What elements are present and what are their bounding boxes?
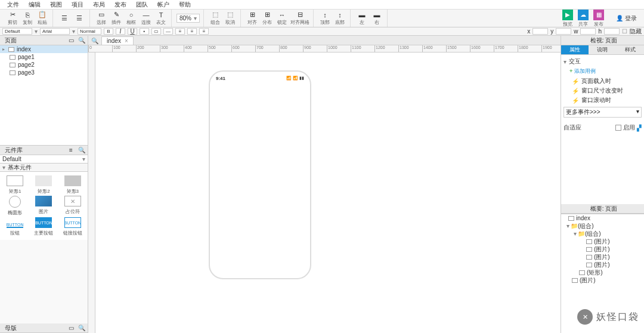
outline-node[interactable]: (矩形): [561, 269, 644, 276]
add-case-link[interactable]: 添加用例: [564, 67, 642, 75]
tool-对齐网格[interactable]: ⊟对齐网格: [290, 11, 309, 26]
outline-node[interactable]: (图片): [561, 276, 644, 284]
widget-矩形1[interactable]: 矩形1: [1, 175, 29, 195]
widget-链接按钮[interactable]: BUTTON链接按钮: [59, 217, 86, 236]
outline-node[interactable]: (图片): [561, 245, 644, 253]
outline-node[interactable]: ▾📁(组合): [561, 230, 644, 238]
library-panel-header: 元件库 ≡ 🔍: [0, 146, 88, 155]
widget-图片[interactable]: 图片: [30, 196, 57, 216]
menu-项目[interactable]: 项目: [67, 1, 88, 9]
event-item[interactable]: ⚡窗口滚动时: [564, 96, 642, 104]
master-add-icon[interactable]: ▭: [67, 325, 75, 332]
menu-布局[interactable]: 布局: [88, 1, 110, 9]
event-item[interactable]: ⚡窗口尺寸改变时: [564, 87, 642, 95]
master-panel-header: 母版 ▭ 🔍: [0, 323, 88, 333]
tool-右[interactable]: ▬右: [370, 11, 383, 26]
tool-锁定[interactable]: ↔锁定: [275, 11, 289, 26]
tool-粘贴[interactable]: 📋粘贴: [36, 11, 49, 26]
more-events-select[interactable]: 更多事件>>>▾: [564, 107, 642, 118]
login-button[interactable]: 👤 登录: [616, 14, 637, 23]
tab-notes[interactable]: 说明: [589, 45, 616, 54]
page-node[interactable]: page3: [0, 69, 88, 76]
font-select[interactable]: Arial: [40, 28, 70, 35]
line-width[interactable]: —: [163, 28, 173, 35]
adaptive-checkbox[interactable]: [615, 125, 621, 131]
menu-帐户[interactable]: 帐户: [153, 1, 174, 9]
canvas-tabs: 🔍 index×: [88, 36, 561, 45]
align-left[interactable]: ≡: [175, 28, 185, 35]
page-node[interactable]: page1: [0, 53, 88, 61]
menu-发布[interactable]: 发布: [110, 1, 131, 9]
canvas[interactable]: 9:41 📶 📶 ▮▮: [95, 53, 561, 333]
outline-header: 概要: 页面: [561, 204, 644, 214]
outline-node[interactable]: (图片): [561, 261, 644, 269]
library-select[interactable]: Default▾: [0, 155, 88, 164]
tool-取消[interactable]: ⬚取消: [224, 11, 237, 26]
phone-time: 9:41: [216, 76, 225, 81]
phone-frame[interactable]: 9:41 📶 📶 ▮▮: [209, 70, 311, 279]
tool-选择[interactable]: ▭选择: [95, 11, 108, 26]
align-right[interactable]: ≡: [199, 28, 209, 35]
lib-menu-icon[interactable]: ≡: [67, 147, 75, 154]
align-center[interactable]: ≡: [187, 28, 197, 35]
zoom-select[interactable]: 80%▾: [177, 14, 200, 23]
h-input[interactable]: [604, 28, 620, 35]
w-input[interactable]: [580, 28, 596, 35]
menu-编辑[interactable]: 编辑: [24, 1, 45, 9]
page-node[interactable]: page2: [0, 61, 88, 69]
tool-底部[interactable]: ↕底部: [333, 11, 346, 26]
lib-search-icon[interactable]: 🔍: [78, 147, 85, 154]
tab-style[interactable]: 样式: [617, 45, 644, 54]
tool-表文[interactable]: T表文: [154, 11, 168, 26]
tool-连接[interactable]: —连接: [140, 11, 153, 26]
tool-剪切[interactable]: ✂剪切: [6, 11, 19, 26]
widget-椭圆形[interactable]: 椭圆形: [1, 196, 29, 216]
italic-button[interactable]: I: [116, 28, 125, 35]
widget-按钮[interactable]: BUTTON按钮: [1, 217, 29, 236]
tool-组合[interactable]: ⬚组合: [209, 11, 222, 26]
bold-button[interactable]: B: [104, 28, 113, 35]
search-icon[interactable]: 🔍: [78, 37, 85, 44]
outline-node[interactable]: ▾📁(组合): [561, 222, 644, 230]
event-item[interactable]: ⚡页面载入时: [564, 77, 642, 85]
tool-分布[interactable]: ⊞分布: [261, 11, 274, 26]
fill-color[interactable]: ▪: [140, 28, 149, 35]
x-input[interactable]: [532, 28, 548, 35]
tool-对齐[interactable]: ⊞对齐: [246, 11, 259, 26]
add-page-icon[interactable]: ▭: [67, 37, 75, 44]
publish-button[interactable]: ▦: [593, 10, 604, 20]
y-input[interactable]: [556, 28, 571, 35]
widget-矩形3[interactable]: 矩形3: [59, 175, 86, 195]
preview-button[interactable]: ▶: [562, 10, 573, 20]
tool-左[interactable]: ▬左: [355, 11, 369, 26]
outline-node[interactable]: index: [561, 214, 644, 222]
menu-文件[interactable]: 文件: [2, 1, 24, 9]
font-size-select[interactable]: Normal: [78, 28, 101, 35]
tab-index[interactable]: index×: [101, 36, 134, 45]
outline-node[interactable]: (图片): [561, 238, 644, 245]
tool-[interactable]: ☰: [58, 11, 71, 26]
widget-占位符[interactable]: 占位符: [59, 196, 86, 216]
menu-帮助[interactable]: 帮助: [174, 1, 196, 9]
menu-团队[interactable]: 团队: [131, 1, 153, 9]
widget-矩形2[interactable]: 矩形2: [30, 175, 57, 195]
line-color[interactable]: ▭: [151, 28, 161, 35]
master-search-icon[interactable]: 🔍: [78, 325, 85, 332]
tool-复制[interactable]: ⎘复制: [21, 11, 34, 26]
widget-主要按钮[interactable]: BUTTON主要按钮: [30, 217, 57, 236]
tool-顶部[interactable]: ↕顶部: [318, 11, 332, 26]
pages-panel-header: 页面 ▭ 🔍: [0, 36, 88, 45]
outline-node[interactable]: (图片): [561, 253, 644, 261]
tool-相框[interactable]: ○相框: [125, 11, 138, 26]
share-button[interactable]: ☁: [578, 10, 589, 20]
tab-properties[interactable]: 属性: [561, 45, 589, 54]
tool-[interactable]: ☰: [73, 11, 86, 26]
tab-search-icon[interactable]: 🔍: [91, 36, 99, 45]
underline-button[interactable]: U: [128, 28, 137, 35]
page-node-root[interactable]: ▸index: [0, 45, 88, 53]
close-icon[interactable]: ×: [125, 38, 128, 44]
menu-视图[interactable]: 视图: [45, 1, 67, 9]
tool-插件[interactable]: ✎插件: [110, 11, 123, 26]
font-family-select[interactable]: Default: [2, 28, 32, 35]
library-category[interactable]: ▾基本元件: [0, 164, 88, 172]
